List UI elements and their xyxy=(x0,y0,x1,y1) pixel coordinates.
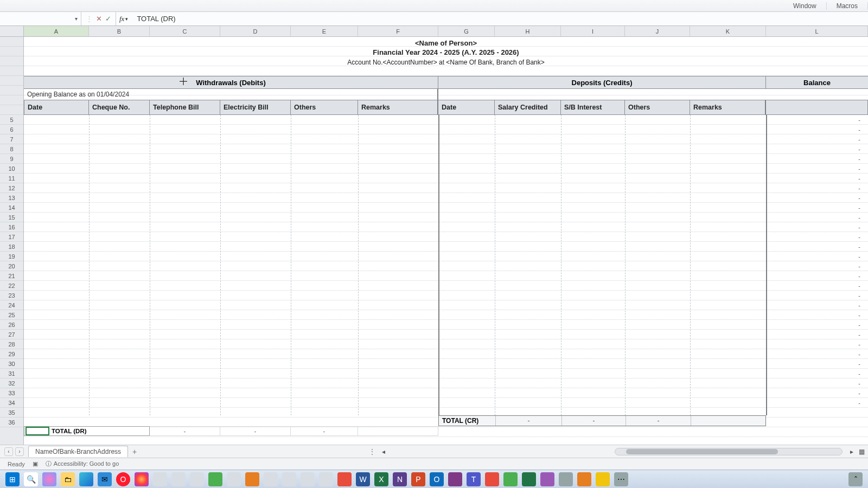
col-header-L[interactable]: L xyxy=(766,26,868,36)
row-header[interactable]: 13 xyxy=(0,193,23,203)
col-header-G[interactable]: G xyxy=(438,26,495,36)
column-headers[interactable]: A B C D E F G H I J K L xyxy=(0,26,868,37)
horizontal-scrollbar[interactable] xyxy=(615,448,843,455)
word-icon[interactable]: W xyxy=(356,472,370,486)
add-sheet-icon[interactable]: + xyxy=(128,447,141,456)
col-header-I[interactable]: I xyxy=(561,26,625,36)
row-header[interactable]: 14 xyxy=(0,203,23,213)
chevron-down-icon[interactable]: ▾ xyxy=(75,16,78,22)
firefox-icon[interactable] xyxy=(135,472,149,486)
sheet-tab[interactable]: NameOfBank-BranchAddress xyxy=(28,446,128,457)
row-header[interactable]: 25 xyxy=(0,310,23,320)
mail-icon[interactable]: ✉ xyxy=(98,472,112,486)
row-header[interactable]: 33 xyxy=(0,388,23,398)
row-header[interactable]: 29 xyxy=(0,349,23,359)
app-icon[interactable] xyxy=(337,472,352,486)
row-header[interactable]: 28 xyxy=(0,339,23,349)
status-accessibility[interactable]: ⓘAccessibility: Good to go xyxy=(46,460,119,468)
row-header[interactable]: 10 xyxy=(0,164,23,174)
start-button-icon[interactable]: ⊞ xyxy=(5,472,20,486)
overflow-icon[interactable]: ⋯ xyxy=(614,472,628,486)
row-header[interactable]: 19 xyxy=(0,252,23,261)
opera-icon[interactable]: O xyxy=(116,472,130,486)
tab-prev-icon[interactable]: ‹ xyxy=(4,447,13,456)
outlook-icon[interactable]: O xyxy=(430,472,444,486)
view-grid-icon[interactable]: ▦ xyxy=(856,448,868,455)
app-icon[interactable] xyxy=(264,472,278,486)
teams-icon[interactable]: T xyxy=(467,472,481,486)
row-header[interactable]: 16 xyxy=(0,222,23,232)
status-record-icon[interactable]: ▣ xyxy=(33,460,38,467)
app-icon[interactable] xyxy=(227,472,241,486)
cancel-icon[interactable]: ✕ xyxy=(96,15,102,23)
copilot-icon[interactable] xyxy=(42,472,56,486)
row-header[interactable]: 24 xyxy=(0,300,23,310)
row-header[interactable]: 17 xyxy=(0,232,23,242)
app-icon[interactable] xyxy=(319,472,333,486)
excel-icon[interactable]: X xyxy=(374,472,388,486)
row-header[interactable]: 26 xyxy=(0,320,23,330)
col-header-D[interactable]: D xyxy=(220,26,291,36)
ribbon-group-macros[interactable]: Macros xyxy=(827,2,868,10)
row-header[interactable]: 22 xyxy=(0,281,23,291)
scroll-right-icon[interactable]: ▸ xyxy=(848,448,856,455)
col-header-J[interactable]: J xyxy=(625,26,690,36)
row-header[interactable]: 21 xyxy=(0,271,23,281)
app-icon[interactable] xyxy=(485,472,499,486)
row-header[interactable]: 32 xyxy=(0,378,23,388)
row-header[interactable]: 9 xyxy=(0,154,23,164)
ribbon-group-window[interactable]: Window xyxy=(783,2,827,10)
edge-icon[interactable] xyxy=(79,472,93,486)
app-icon[interactable] xyxy=(448,472,462,486)
col-header-H[interactable]: H xyxy=(495,26,561,36)
row-header[interactable]: 20 xyxy=(0,261,23,271)
enter-icon[interactable]: ✓ xyxy=(105,15,111,23)
col-header-K[interactable]: K xyxy=(690,26,766,36)
row-header[interactable]: 6 xyxy=(0,125,23,134)
row-header[interactable]: 23 xyxy=(0,291,23,300)
col-header-C[interactable]: C xyxy=(150,26,220,36)
select-all-corner[interactable] xyxy=(0,26,24,36)
row-headers[interactable]: 5678910111213141516171819202122232425262… xyxy=(0,37,24,445)
row-header[interactable]: 30 xyxy=(0,359,23,369)
row-header[interactable]: 12 xyxy=(0,183,23,193)
row-header[interactable]: 5 xyxy=(0,115,23,125)
onenote-icon[interactable]: N xyxy=(393,472,407,486)
row-header[interactable]: 27 xyxy=(0,330,23,339)
app-icon[interactable] xyxy=(596,472,610,486)
powerpoint-icon[interactable]: P xyxy=(411,472,425,486)
col-header-E[interactable]: E xyxy=(291,26,358,36)
file-explorer-icon[interactable]: 🗀 xyxy=(61,472,75,486)
chevron-up-icon[interactable]: ˄ xyxy=(848,472,863,486)
col-header-A[interactable]: A xyxy=(24,26,89,36)
scroll-left-icon[interactable]: ◂ xyxy=(380,448,387,455)
horizontal-scrollbar-thumb[interactable] xyxy=(626,449,778,454)
tab-options-icon[interactable]: ⋮ xyxy=(369,448,380,455)
app-icon[interactable] xyxy=(153,472,167,486)
fx-button[interactable]: fx ▾ xyxy=(116,15,131,23)
name-box[interactable]: ▾ xyxy=(0,12,81,25)
row-header[interactable]: 8 xyxy=(0,144,23,154)
row-header[interactable]: 18 xyxy=(0,242,23,252)
row-header[interactable]: 35 xyxy=(0,408,23,418)
row-header[interactable]: 31 xyxy=(0,369,23,378)
col-header-B[interactable]: B xyxy=(89,26,150,36)
formula-input[interactable]: TOTAL (DR) xyxy=(131,15,868,23)
row-header[interactable]: 11 xyxy=(0,174,23,183)
app-icon[interactable] xyxy=(503,472,518,486)
row-header[interactable]: 7 xyxy=(0,134,23,144)
app-icon[interactable] xyxy=(282,472,296,486)
row-header[interactable]: 34 xyxy=(0,398,23,408)
row-header[interactable]: 15 xyxy=(0,213,23,222)
windows-taskbar[interactable]: ⊞ 🔍 🗀 ✉ O W X N P O T ⋯ ˄ xyxy=(0,470,868,488)
worksheet[interactable]: <Name of Person> Financial Year 2024 - 2… xyxy=(24,37,868,445)
tab-next-icon[interactable]: › xyxy=(15,447,24,456)
search-icon[interactable]: 🔍 xyxy=(24,472,38,486)
table-body[interactable]: ------------------------------ xyxy=(24,115,868,415)
app-icon[interactable] xyxy=(301,472,315,486)
app-icon[interactable] xyxy=(522,472,536,486)
app-icon[interactable] xyxy=(190,472,204,486)
app-icon[interactable] xyxy=(559,472,573,486)
app-icon[interactable] xyxy=(577,472,591,486)
col-header-F[interactable]: F xyxy=(358,26,438,36)
